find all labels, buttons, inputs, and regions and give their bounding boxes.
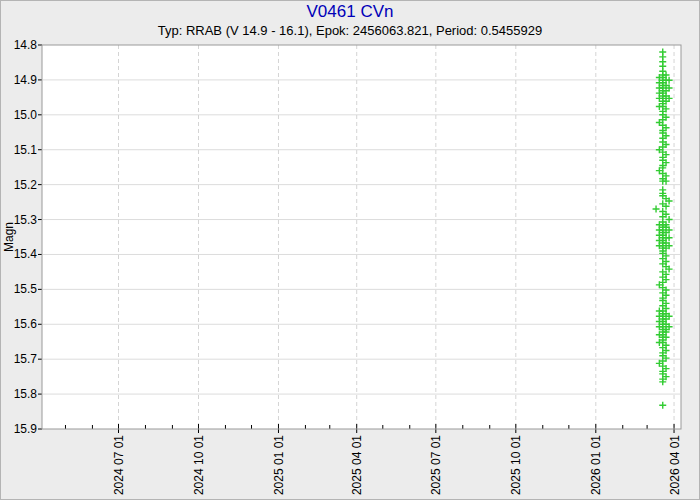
x-tick-label: 2025 04 01 — [350, 435, 364, 495]
y-tick-label: 15.0 — [14, 108, 38, 122]
plot-area — [42, 45, 681, 429]
light-curve-plot: 14.814.915.015.115.215.315.415.515.615.7… — [1, 1, 700, 500]
y-tick-label: 15.4 — [14, 247, 38, 261]
x-tick-label: 2024 10 01 — [192, 435, 206, 495]
y-tick-label: 14.8 — [14, 38, 38, 52]
y-tick-label: 15.7 — [14, 352, 38, 366]
x-tick-label: 2026 04 01 — [668, 435, 682, 495]
x-tick-label: 2025 07 01 — [429, 435, 443, 495]
x-tick-label: 2025 01 01 — [272, 435, 286, 495]
y-tick-label: 15.1 — [14, 143, 38, 157]
x-tick-label: 2024 07 01 — [112, 435, 126, 495]
light-curve-window: V0461 CVn Typ: RRAB (V 14.9 - 16.1), Epo… — [0, 0, 700, 500]
y-tick-label: 15.9 — [14, 422, 38, 436]
x-tick-label: 2025 10 01 — [509, 435, 523, 495]
y-tick-label: 15.3 — [14, 213, 38, 227]
x-tick-label: 2026 01 01 — [589, 435, 603, 495]
y-tick-label: 15.2 — [14, 178, 38, 192]
y-tick-label: 15.5 — [14, 282, 38, 296]
y-tick-label: 14.9 — [14, 73, 38, 87]
y-tick-label: 15.8 — [14, 387, 38, 401]
y-tick-label: 15.6 — [14, 317, 38, 331]
